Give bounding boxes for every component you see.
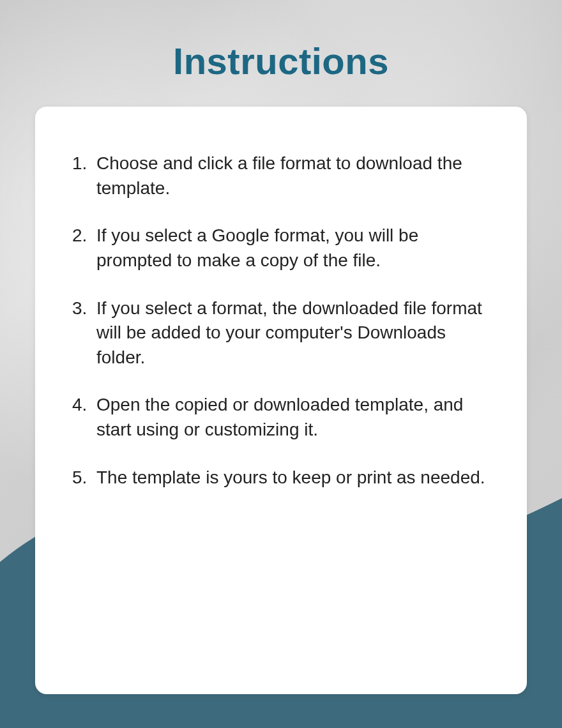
page-title: Instructions — [0, 0, 562, 82]
instruction-step: If you select a Google format, you will … — [72, 224, 490, 273]
instructions-list: Choose and click a file format to downlo… — [72, 151, 490, 490]
instruction-step: If you select a format, the downloaded f… — [72, 296, 490, 370]
instruction-step: Choose and click a file format to downlo… — [72, 151, 490, 201]
instruction-step: The template is yours to keep or print a… — [72, 466, 490, 490]
instructions-card: Choose and click a file format to downlo… — [35, 107, 527, 694]
instruction-step: Open the copied or downloaded template, … — [72, 393, 490, 442]
